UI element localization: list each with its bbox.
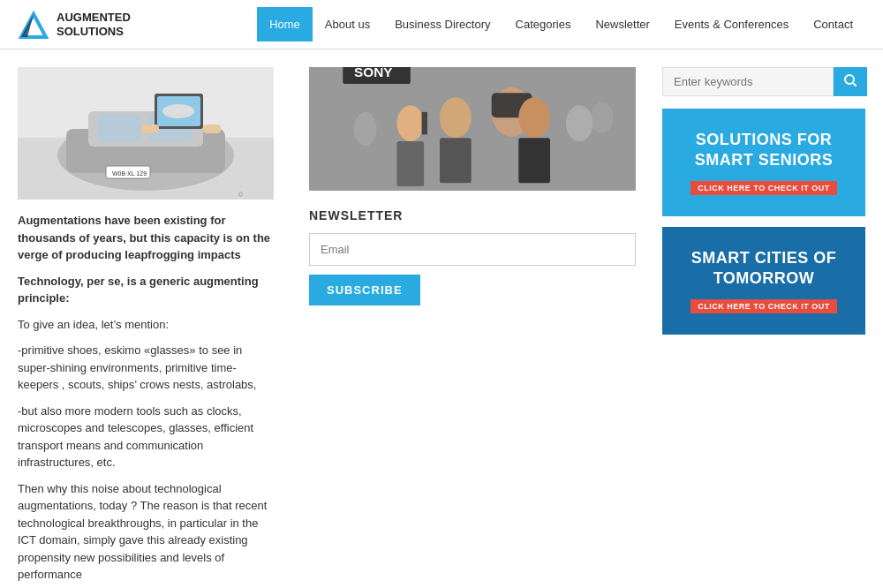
nav-about[interactable]: About us xyxy=(313,7,382,41)
logo: AUGMENTED SOLUTIONS xyxy=(18,9,131,41)
svg-text:W0B·XL 129: W0B·XL 129 xyxy=(112,170,147,177)
search-input[interactable] xyxy=(662,67,834,96)
promo-seniors-cta: CLICK HERE TO CHECK IT OUT xyxy=(691,181,836,195)
svg-line-34 xyxy=(853,83,857,87)
newsletter-section: NEWSLETTER SUBSCRIBE xyxy=(309,208,636,305)
promo-cities-cta: CLICK HERE TO CHECK IT OUT xyxy=(691,299,836,313)
promo-box-cities[interactable]: SMART CITIES OF TOMORROW CLICK HERE TO C… xyxy=(662,227,865,335)
nav-contact[interactable]: Contact xyxy=(801,7,865,41)
promo-seniors-title: SOLUTIONS FOR SMART SENIORS xyxy=(676,130,851,171)
article-para4: -primitive shoes, eskimo «glasses» to se… xyxy=(18,342,274,394)
middle-column: SONY NEWSLETTER SUB xyxy=(291,49,653,588)
logo-icon xyxy=(18,9,49,41)
svg-rect-7 xyxy=(97,115,141,141)
svg-point-30 xyxy=(354,112,377,146)
newsletter-title: NEWSLETTER xyxy=(309,208,636,222)
nav-newsletter[interactable]: Newsletter xyxy=(583,7,661,41)
nav-directory[interactable]: Business Directory xyxy=(382,7,502,41)
svg-text:©: © xyxy=(238,192,244,198)
svg-point-31 xyxy=(566,105,593,141)
promo-cities-title: SMART CITIES OF TOMORROW xyxy=(676,248,851,290)
svg-point-27 xyxy=(397,105,425,141)
email-input[interactable] xyxy=(309,233,636,266)
subscribe-button[interactable]: SUBSCRIBE xyxy=(309,275,420,305)
article-para1: Augmentations have been existing for tho… xyxy=(18,212,274,264)
svg-point-32 xyxy=(591,102,614,133)
article-para6: Then why this noise about technological … xyxy=(18,480,274,584)
svg-point-33 xyxy=(845,75,854,84)
main-content: W0B·XL 129 © Augmentations have been exi… xyxy=(0,49,883,588)
svg-rect-28 xyxy=(397,141,425,186)
nav-categories[interactable]: Categories xyxy=(503,7,584,41)
search-icon xyxy=(844,74,857,87)
svg-text:SONY: SONY xyxy=(354,67,392,79)
promo-box-seniors[interactable]: SOLUTIONS FOR SMART SENIORS CLICK HERE T… xyxy=(662,109,865,216)
site-header: AUGMENTED SOLUTIONS Home About us Busine… xyxy=(0,0,883,49)
search-button[interactable] xyxy=(834,67,867,96)
hero-image: W0B·XL 129 © xyxy=(18,67,274,200)
article-para3: To give an idea, let’s mention: xyxy=(18,316,274,334)
right-column: SOLUTIONS FOR SMART SENIORS CLICK HERE T… xyxy=(653,49,883,588)
svg-point-25 xyxy=(518,97,550,138)
article-para5: -but also more modern tools such as cloc… xyxy=(18,403,274,471)
svg-rect-24 xyxy=(440,138,472,183)
nav-events[interactable]: Events & Conferences xyxy=(662,7,801,41)
logo-text: AUGMENTED SOLUTIONS xyxy=(57,11,131,38)
svg-rect-15 xyxy=(203,124,221,133)
main-nav: Home About us Business Directory Categor… xyxy=(257,7,865,41)
nav-home[interactable]: Home xyxy=(257,7,313,41)
search-bar xyxy=(662,67,865,96)
svg-rect-26 xyxy=(518,138,550,183)
left-column: W0B·XL 129 © Augmentations have been exi… xyxy=(0,49,291,588)
svg-point-23 xyxy=(440,97,472,138)
mid-hero-image: SONY xyxy=(309,67,636,191)
svg-rect-14 xyxy=(141,124,159,133)
article-para2: Technology, per se, is a generic augment… xyxy=(18,273,274,307)
svg-point-11 xyxy=(162,104,194,118)
article-text: Augmentations have been existing for tho… xyxy=(18,212,274,588)
svg-rect-29 xyxy=(422,112,427,135)
